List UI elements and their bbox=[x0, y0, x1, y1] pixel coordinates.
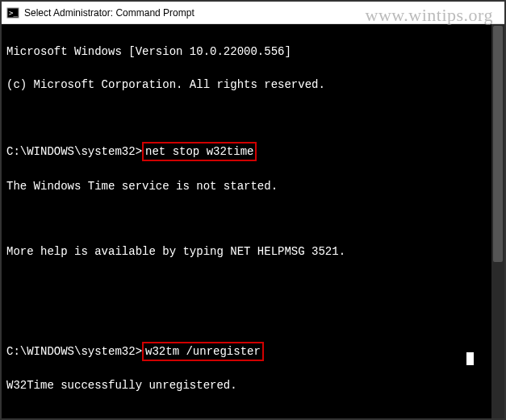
svg-text:>_: >_ bbox=[9, 9, 18, 17]
cmd-line-1: C:\WINDOWS\system32>net stop w32time bbox=[6, 142, 487, 161]
highlighted-cmd-1: net stop w32time bbox=[142, 142, 257, 161]
terminal-area[interactable]: Microsoft Windows [Version 10.0.22000.55… bbox=[2, 24, 504, 418]
cmd-icon: >_ bbox=[6, 6, 19, 19]
text-cursor bbox=[466, 352, 474, 365]
output-1: The Windows Time service is not started. bbox=[6, 178, 487, 194]
titlebar[interactable]: >_ Select Administrator: Command Prompt bbox=[2, 2, 504, 24]
output-2: W32Time successfully unregistered. bbox=[6, 377, 487, 393]
blank-line bbox=[6, 109, 487, 125]
scrollbar-thumb[interactable] bbox=[493, 26, 503, 262]
blank-line bbox=[6, 410, 487, 418]
copyright-line: (c) Microsoft Corporation. All rights re… bbox=[6, 77, 487, 93]
version-line: Microsoft Windows [Version 10.0.22000.55… bbox=[6, 44, 487, 60]
blank-line bbox=[6, 309, 487, 325]
highlighted-cmd-2: w32tm /unregister bbox=[142, 342, 264, 361]
blank-line bbox=[6, 276, 487, 292]
prompt-1: C:\WINDOWS\system32> bbox=[6, 145, 142, 158]
blank-line bbox=[6, 210, 487, 227]
cmd-line-2: C:\WINDOWS\system32>w32tm /unregister bbox=[6, 342, 487, 361]
window-title: Select Administrator: Command Prompt bbox=[24, 7, 194, 19]
prompt-2: C:\WINDOWS\system32> bbox=[6, 345, 142, 358]
terminal-content: Microsoft Windows [Version 10.0.22000.55… bbox=[2, 24, 491, 418]
scrollbar[interactable] bbox=[491, 24, 504, 418]
output-1b: More help is available by typing NET HEL… bbox=[6, 243, 487, 260]
